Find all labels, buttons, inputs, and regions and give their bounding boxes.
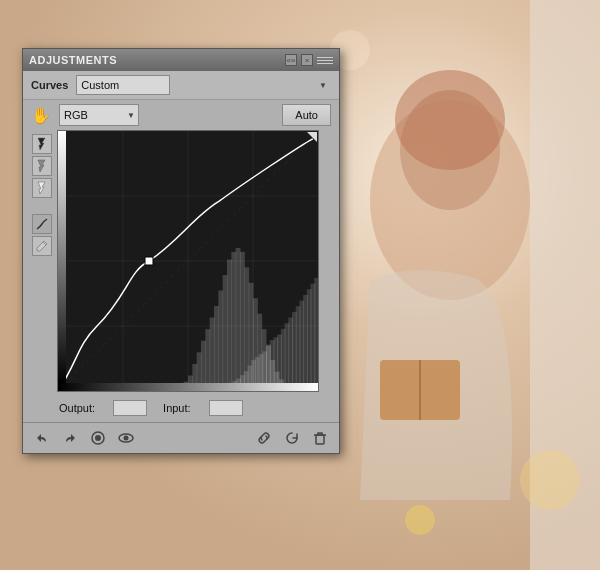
channel-select[interactable]: RGB Red Green Blue — [59, 104, 139, 126]
title-controls: «» × — [285, 54, 333, 66]
preset-select[interactable]: Custom Default Strong Contrast Linear Co… — [76, 75, 170, 95]
panel-title: ADJUSTMENTS — [29, 54, 117, 66]
tool-sidebar — [31, 130, 53, 392]
delete-button[interactable] — [309, 427, 331, 449]
collapse-button[interactable]: «» — [285, 54, 297, 66]
curves-header-row: Curves Custom Default Strong Contrast Li… — [23, 71, 339, 100]
svg-point-12 — [95, 435, 101, 441]
toolbar-right-buttons — [253, 427, 331, 449]
pencil-tool[interactable] — [32, 236, 52, 256]
undo-button[interactable] — [31, 427, 53, 449]
svg-rect-15 — [316, 435, 324, 444]
preset-select-wrap: Custom Default Strong Contrast Linear Co… — [76, 75, 331, 95]
output-value[interactable] — [113, 400, 147, 416]
black-point-tool[interactable] — [32, 134, 52, 154]
svg-point-7 — [520, 450, 580, 510]
gray-point-tool[interactable] — [32, 156, 52, 176]
panel-titlebar: ADJUSTMENTS «» × — [23, 49, 339, 71]
curves-label: Curves — [31, 79, 68, 91]
close-button[interactable]: × — [301, 54, 313, 66]
white-point-tool[interactable] — [32, 178, 52, 198]
adjustment-button[interactable] — [87, 427, 109, 449]
hand-tool-icon[interactable]: ✋ — [31, 106, 51, 125]
channel-select-wrap: RGB Red Green Blue — [59, 104, 139, 126]
adjustments-panel: ADJUSTMENTS «» × Curves Custom Default S… — [22, 48, 340, 454]
svg-point-9 — [405, 505, 435, 535]
auto-button[interactable]: Auto — [282, 104, 331, 126]
curve-tool[interactable] — [32, 214, 52, 234]
curves-canvas-container — [57, 130, 331, 392]
curves-area — [23, 130, 339, 396]
bottom-toolbar — [23, 422, 339, 453]
svg-point-3 — [395, 70, 505, 170]
channel-row: ✋ RGB Red Green Blue Auto — [23, 100, 339, 130]
tool-separator — [32, 206, 52, 212]
redo-button[interactable] — [59, 427, 81, 449]
output-input-row: Output: Input: — [23, 396, 339, 422]
svg-point-14 — [124, 436, 129, 441]
input-label: Input: — [163, 402, 191, 414]
output-label: Output: — [59, 402, 95, 414]
reset-button[interactable] — [281, 427, 303, 449]
visibility-button[interactable] — [115, 427, 137, 449]
input-value[interactable] — [209, 400, 243, 416]
panel-menu-icon[interactable] — [317, 54, 333, 66]
curves-canvas[interactable] — [57, 130, 319, 392]
link-button[interactable] — [253, 427, 275, 449]
